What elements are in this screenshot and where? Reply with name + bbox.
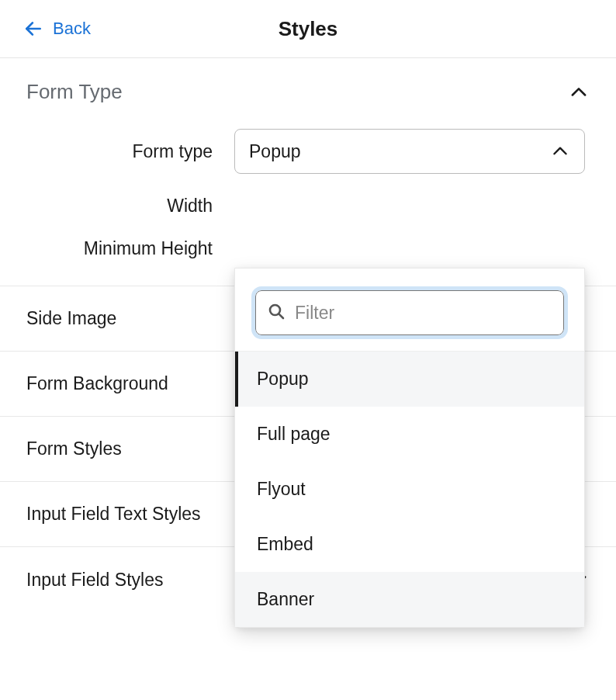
section-title: Form Type bbox=[26, 80, 123, 104]
select-form-type[interactable]: Popup bbox=[234, 129, 585, 174]
section-label: Side Image bbox=[26, 308, 116, 329]
filter-box[interactable] bbox=[255, 290, 564, 335]
section-header-form-type[interactable]: Form Type bbox=[26, 80, 590, 104]
content: Form Type Form type Popup Width Minimum … bbox=[0, 58, 616, 612]
dropdown-option[interactable]: Flyout bbox=[235, 462, 584, 517]
section-label: Input Field Text Styles bbox=[26, 504, 201, 525]
filter-wrap bbox=[235, 269, 584, 351]
row-form-type: Form type Popup bbox=[26, 118, 590, 185]
label-form-type: Form type bbox=[26, 141, 234, 162]
section-label: Input Field Styles bbox=[26, 570, 163, 591]
dropdown-panel: PopupFull pageFlyoutEmbedBanner bbox=[234, 268, 585, 628]
arrow-left-icon bbox=[23, 19, 43, 39]
chevron-up-icon bbox=[550, 141, 570, 161]
page-title: Styles bbox=[0, 17, 616, 41]
label-width: Width bbox=[26, 196, 234, 217]
row-min-height: Minimum Height bbox=[26, 227, 590, 270]
section-form-type: Form Type Form type Popup Width Minimum … bbox=[0, 58, 616, 286]
label-min-height: Minimum Height bbox=[26, 238, 234, 259]
row-width: Width bbox=[26, 185, 590, 227]
dropdown-option[interactable]: Embed bbox=[235, 517, 584, 572]
dropdown-option[interactable]: Popup bbox=[235, 352, 584, 407]
option-list: PopupFull pageFlyoutEmbedBanner bbox=[235, 351, 584, 627]
header-bar: Back Styles bbox=[0, 0, 616, 58]
search-icon bbox=[267, 302, 286, 324]
select-value: Popup bbox=[249, 141, 301, 162]
section-label: Form Styles bbox=[26, 438, 122, 459]
filter-input[interactable] bbox=[295, 303, 552, 324]
section-label: Form Background bbox=[26, 373, 168, 394]
dropdown-option[interactable]: Full page bbox=[235, 407, 584, 462]
back-label: Back bbox=[53, 19, 91, 39]
back-button[interactable]: Back bbox=[23, 19, 91, 39]
dropdown-option[interactable]: Banner bbox=[235, 572, 584, 627]
chevron-up-icon bbox=[568, 81, 590, 103]
form-rows: Form type Popup Width Minimum Height bbox=[26, 104, 590, 270]
svg-line-2 bbox=[279, 314, 283, 318]
